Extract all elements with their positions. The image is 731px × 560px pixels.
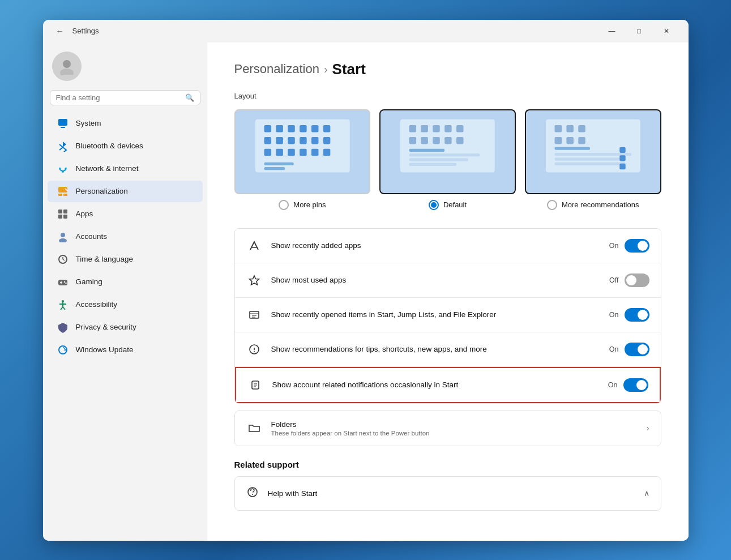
account-notifications-toggle[interactable] bbox=[623, 378, 648, 392]
svg-rect-42 bbox=[288, 136, 295, 144]
sidebar-item-personalization[interactable]: Personalization bbox=[48, 181, 203, 202]
svg-rect-74 bbox=[578, 125, 585, 132]
svg-rect-34 bbox=[264, 125, 271, 132]
breadcrumb-separator: › bbox=[324, 63, 328, 76]
help-chevron-icon: ∧ bbox=[644, 489, 649, 498]
account-notifications-icon bbox=[247, 377, 263, 393]
layout-option-more-recommendations[interactable]: More recommendations bbox=[525, 109, 661, 210]
maximize-button[interactable]: □ bbox=[626, 22, 652, 40]
related-support-title: Related support bbox=[234, 460, 661, 469]
svg-rect-69 bbox=[409, 163, 456, 165]
sidebar-item-gaming[interactable]: Gaming bbox=[48, 271, 203, 293]
layout-radio-more-recommendations[interactable]: More recommendations bbox=[547, 200, 639, 210]
radio-more-recommendations[interactable] bbox=[547, 200, 557, 210]
svg-rect-59 bbox=[444, 125, 452, 132]
folders-section: Folders These folders appear on Start ne… bbox=[234, 411, 661, 446]
svg-rect-53 bbox=[264, 167, 285, 170]
svg-rect-58 bbox=[433, 125, 440, 132]
folders-text: Folders These folders appear on Start ne… bbox=[271, 420, 638, 437]
sidebar-item-bluetooth[interactable]: Bluetooth & devices bbox=[48, 135, 203, 157]
account-notifications-control: On bbox=[608, 378, 648, 392]
search-box[interactable]: 🔍 bbox=[50, 90, 200, 105]
folders-row[interactable]: Folders These folders appear on Start ne… bbox=[235, 411, 661, 446]
search-input[interactable] bbox=[56, 93, 185, 102]
settings-window: ← Settings — □ ✕ 🔍 bbox=[43, 20, 689, 541]
svg-rect-84 bbox=[619, 163, 625, 169]
layout-radio-more-pins[interactable]: More pins bbox=[279, 200, 326, 210]
svg-rect-63 bbox=[433, 136, 440, 144]
svg-rect-79 bbox=[554, 153, 631, 156]
svg-rect-48 bbox=[288, 148, 295, 156]
layout-preview-default bbox=[379, 109, 516, 194]
recommendations-toggle[interactable] bbox=[625, 343, 649, 356]
layout-option-default[interactable]: Default bbox=[379, 109, 516, 210]
svg-marker-86 bbox=[249, 276, 259, 285]
svg-marker-31 bbox=[64, 349, 66, 350]
sidebar-item-time[interactable]: Time & language bbox=[48, 249, 203, 270]
svg-point-0 bbox=[63, 60, 71, 68]
recently-opened-icon bbox=[246, 307, 262, 323]
minimize-button[interactable]: — bbox=[599, 22, 625, 40]
svg-rect-45 bbox=[323, 136, 330, 144]
recently-added-toggle[interactable] bbox=[625, 239, 649, 253]
svg-rect-65 bbox=[456, 136, 464, 144]
sidebar-item-accounts[interactable]: Accounts bbox=[48, 226, 203, 247]
accessibility-icon bbox=[57, 298, 69, 311]
window-title: Settings bbox=[72, 27, 99, 35]
window-controls: — □ ✕ bbox=[599, 22, 679, 40]
close-button[interactable]: ✕ bbox=[653, 22, 679, 40]
layout-option-more-pins[interactable]: More pins bbox=[234, 109, 371, 210]
svg-rect-2 bbox=[58, 119, 67, 126]
sidebar-item-apps[interactable]: Apps bbox=[48, 203, 203, 225]
radio-more-pins[interactable] bbox=[279, 200, 289, 210]
sidebar-item-accessibility[interactable]: Accessibility bbox=[48, 294, 203, 315]
svg-rect-75 bbox=[554, 136, 562, 144]
svg-point-99 bbox=[252, 494, 253, 495]
recommendations-icon bbox=[246, 341, 262, 357]
svg-point-24 bbox=[65, 282, 66, 283]
sidebar-label-gaming: Gaming bbox=[76, 277, 102, 286]
most-used-status: Off bbox=[609, 276, 618, 284]
svg-rect-67 bbox=[409, 153, 480, 156]
most-used-text: Show most used apps bbox=[271, 276, 601, 284]
layout-cards: More pins bbox=[234, 109, 661, 210]
sidebar-label-personalization: Personalization bbox=[76, 187, 128, 195]
svg-rect-50 bbox=[311, 148, 318, 156]
svg-point-16 bbox=[59, 238, 67, 242]
bluetooth-icon bbox=[57, 140, 69, 152]
radio-default[interactable] bbox=[429, 200, 439, 210]
most-used-toggle[interactable] bbox=[625, 273, 649, 287]
svg-point-25 bbox=[62, 300, 64, 302]
svg-rect-11 bbox=[58, 210, 62, 213]
help-row[interactable]: Help with Start ∧ bbox=[234, 476, 661, 511]
back-button[interactable]: ← bbox=[52, 23, 68, 39]
sidebar-label-time: Time & language bbox=[76, 255, 134, 263]
svg-rect-77 bbox=[578, 136, 585, 144]
privacy-icon bbox=[57, 321, 69, 334]
gaming-icon bbox=[57, 276, 69, 288]
sidebar-item-update[interactable]: Windows Update bbox=[48, 339, 203, 361]
layout-preview-more-pins bbox=[234, 109, 371, 194]
row-recently-opened: Show recently opened items in Start, Jum… bbox=[235, 298, 661, 332]
layout-radio-default[interactable]: Default bbox=[429, 200, 467, 210]
sidebar-item-network[interactable]: Network & internet bbox=[48, 158, 203, 179]
recently-opened-control: On bbox=[609, 308, 649, 322]
sidebar-item-system[interactable]: System bbox=[48, 113, 203, 134]
label-default: Default bbox=[443, 200, 467, 209]
svg-rect-83 bbox=[619, 155, 625, 161]
account-notifications-status: On bbox=[608, 381, 618, 389]
svg-rect-51 bbox=[323, 148, 330, 156]
recently-opened-toggle[interactable] bbox=[625, 308, 649, 322]
accounts-icon bbox=[57, 230, 69, 243]
recently-opened-text: Show recently opened items in Start, Jum… bbox=[271, 310, 600, 319]
breadcrumb-current: Start bbox=[332, 61, 366, 78]
recently-added-status: On bbox=[609, 242, 619, 250]
svg-rect-52 bbox=[264, 162, 293, 165]
sidebar: 🔍 System Bluetooth & devices Network & bbox=[43, 42, 207, 541]
most-used-control: Off bbox=[609, 273, 649, 287]
row-recently-added: Show recently added apps On bbox=[235, 229, 661, 263]
chevron-right-icon: › bbox=[647, 424, 649, 433]
svg-point-6 bbox=[62, 170, 64, 173]
sidebar-item-privacy[interactable]: Privacy & security bbox=[48, 317, 203, 338]
svg-rect-41 bbox=[276, 136, 283, 144]
